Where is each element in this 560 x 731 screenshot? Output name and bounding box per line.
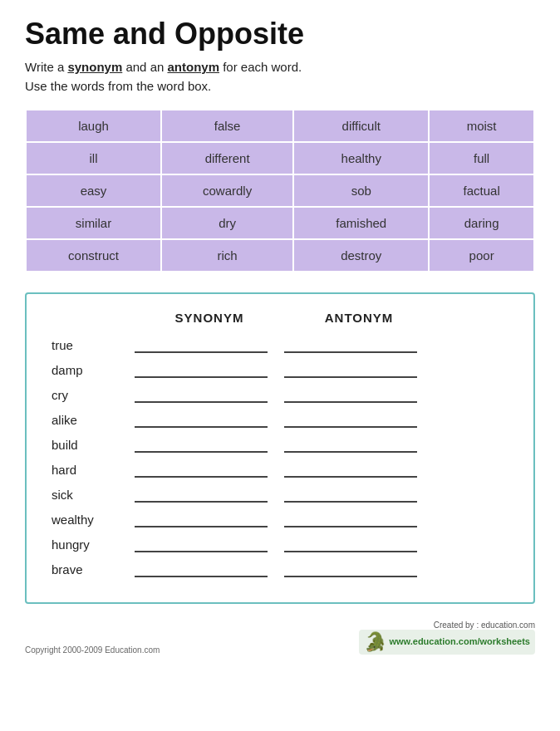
answer-word: hungry <box>52 537 135 552</box>
answer-row: sick <box>52 486 508 503</box>
answer-headers: SYNONYM ANTONYM <box>135 311 508 325</box>
word-box-cell: moist <box>429 110 534 142</box>
synonym-header: SYNONYM <box>135 311 284 325</box>
word-box-cell: daring <box>429 207 534 239</box>
answer-word: build <box>52 438 135 452</box>
word-box-table: laughfalsedifficultmoistilldifferentheal… <box>25 109 535 272</box>
footer-logo: Created by : education.com 🐊 www.educati… <box>359 621 535 655</box>
synonym-line[interactable] <box>135 386 268 403</box>
synonym-line[interactable] <box>135 561 268 577</box>
synonym-line[interactable] <box>135 536 268 552</box>
instruction-line2: Use the words from the word box. <box>25 79 211 93</box>
antonym-line[interactable] <box>284 436 417 453</box>
antonym-line[interactable] <box>284 461 417 478</box>
antonym-line[interactable] <box>284 561 417 577</box>
answer-row: build <box>52 436 508 453</box>
instruction-line1: Write a synonym and an antonym for each … <box>25 60 302 74</box>
answer-word: brave <box>52 562 135 576</box>
edu-logo: 🐊 www.education.com/worksheets <box>359 630 535 655</box>
instructions: Write a synonym and an antonym for each … <box>25 58 535 96</box>
word-box-cell: cowardly <box>161 174 293 207</box>
word-box-cell: poor <box>429 239 534 272</box>
answer-row: hungry <box>52 536 508 552</box>
word-box-cell: false <box>161 110 293 142</box>
synonym-line[interactable] <box>135 486 268 503</box>
word-box-cell: rich <box>161 239 293 272</box>
answer-row: wealthy <box>52 511 508 527</box>
word-box-cell: easy <box>26 174 161 207</box>
answer-row: true <box>52 336 508 353</box>
created-by: Created by : education.com <box>359 621 535 630</box>
word-box-cell: healthy <box>293 142 429 174</box>
answer-row: brave <box>52 561 508 577</box>
copyright: Copyright 2000-2009 Education.com <box>25 645 160 655</box>
footer-url: 🐊 www.education.com/worksheets <box>359 630 535 655</box>
word-box-cell: laugh <box>26 110 161 142</box>
word-box-cell: ill <box>26 142 161 174</box>
page-title: Same and Opposite <box>25 17 535 52</box>
word-box-cell: factual <box>429 174 534 207</box>
answer-word: true <box>52 338 135 352</box>
antonym-line[interactable] <box>284 411 417 428</box>
synonym-line[interactable] <box>135 361 268 378</box>
word-box-cell: sob <box>293 174 429 207</box>
answer-section: SYNONYM ANTONYM truedampcryalikebuildhar… <box>25 292 535 604</box>
answer-row: hard <box>52 461 508 478</box>
answer-word: hard <box>52 463 135 477</box>
word-box-cell: famished <box>293 207 429 239</box>
answer-row: damp <box>52 361 508 378</box>
word-box-cell: full <box>429 142 534 174</box>
word-box-cell: dry <box>161 207 293 239</box>
antonym-line[interactable] <box>284 536 417 552</box>
word-box-cell: different <box>161 142 293 174</box>
answer-row: alike <box>52 411 508 428</box>
answer-rows-container: truedampcryalikebuildhardsickwealthyhung… <box>52 336 508 577</box>
word-box-cell: difficult <box>293 110 429 142</box>
answer-word: alike <box>52 413 135 427</box>
synonym-line[interactable] <box>135 461 268 478</box>
antonym-line[interactable] <box>284 336 417 353</box>
antonym-line[interactable] <box>284 486 417 503</box>
synonym-line[interactable] <box>135 411 268 428</box>
word-box-cell: destroy <box>293 239 429 272</box>
answer-word: damp <box>52 363 135 377</box>
synonym-line[interactable] <box>135 511 268 527</box>
answer-row: cry <box>52 386 508 403</box>
synonym-line[interactable] <box>135 336 268 353</box>
word-box-cell: similar <box>26 207 161 239</box>
synonym-line[interactable] <box>135 436 268 453</box>
answer-word: sick <box>52 488 135 502</box>
antonym-line[interactable] <box>284 361 417 378</box>
footer: Copyright 2000-2009 Education.com Create… <box>25 621 535 655</box>
antonym-line[interactable] <box>284 386 417 403</box>
antonym-line[interactable] <box>284 511 417 527</box>
answer-word: cry <box>52 388 135 402</box>
answer-word: wealthy <box>52 513 135 527</box>
mascot-icon: 🐊 <box>364 631 386 653</box>
antonym-header: ANTONYM <box>284 311 434 325</box>
word-box-cell: construct <box>26 239 161 272</box>
